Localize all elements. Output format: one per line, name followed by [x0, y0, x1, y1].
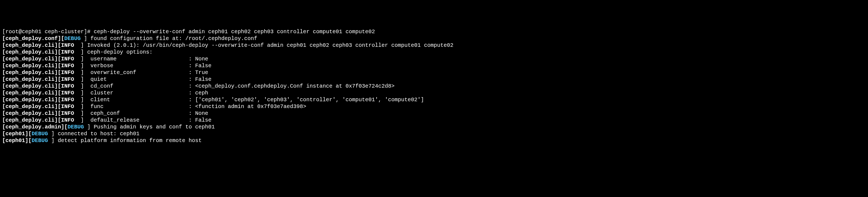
terminal-segment: DEBUG — [68, 124, 84, 130]
terminal-output: [root@ceph01 ceph-cluster]# ceph-deploy … — [2, 28, 866, 144]
terminal-segment: ceph_deploy.cli — [5, 49, 55, 55]
terminal-segment: ceph_deploy.cli — [5, 90, 55, 96]
terminal-segment: ][ — [25, 137, 32, 144]
terminal-line: [ceph_deploy.cli][INFO ] func : <functio… — [2, 103, 866, 110]
terminal-segment: [ — [2, 97, 5, 103]
terminal-line: [ceph01][DEBUG ] detect platform informa… — [2, 137, 866, 144]
terminal-line: [ceph_deploy.cli][INFO ] client : ['ceph… — [2, 96, 866, 103]
terminal-segment: [ — [2, 137, 5, 144]
terminal-line: [ceph_deploy.cli][INFO ] ceph_conf : Non… — [2, 110, 866, 117]
terminal-segment: ceph_deploy.cli — [5, 117, 55, 123]
terminal-segment: INFO — [61, 69, 74, 76]
terminal-segment: [ — [2, 90, 5, 96]
terminal-segment: ][ — [61, 124, 68, 130]
terminal-line: [root@ceph01 ceph-cluster]# ceph-deploy … — [2, 28, 866, 35]
terminal-segment: ][ — [55, 110, 61, 117]
terminal-segment: DEBUG — [32, 137, 48, 144]
terminal-segment: INFO — [61, 103, 74, 110]
terminal-segment: ] cluster : ceph — [74, 90, 208, 96]
terminal-segment: ] ceph-deploy options: — [74, 49, 153, 55]
terminal-segment: ][ — [55, 63, 61, 69]
terminal-segment: [ — [2, 103, 5, 110]
terminal-segment: [ — [2, 35, 5, 42]
terminal-line: [ceph_deploy.cli][INFO ] cd_conf : <ceph… — [2, 83, 866, 90]
terminal-segment: ] func : <function admin at 0x7f03e7aed3… — [74, 103, 306, 110]
terminal-segment: ] found configuration file at: /root/.ce… — [81, 35, 257, 42]
terminal-segment: ][ — [55, 76, 61, 83]
terminal-line: [ceph_deploy.conf][DEBUG ] found configu… — [2, 35, 866, 42]
terminal-line: [ceph_deploy.cli][INFO ] default_release… — [2, 117, 866, 124]
terminal-segment: ceph_deploy.cli — [5, 97, 55, 103]
terminal-line: [ceph_deploy.cli][INFO ] quiet : False — [2, 76, 866, 83]
terminal-line: [ceph_deploy.cli][INFO ] Invoked (2.0.1)… — [2, 42, 866, 49]
terminal-segment: ][ — [55, 97, 61, 103]
terminal-segment: ] verbose : False — [74, 63, 211, 69]
terminal-segment: ceph_deploy.cli — [5, 110, 55, 117]
terminal-segment: ] overwrite_conf : True — [74, 69, 208, 76]
terminal-segment: [ — [2, 110, 5, 117]
terminal-segment: INFO — [61, 63, 74, 69]
terminal-line: [ceph_deploy.cli][INFO ] ceph-deploy opt… — [2, 49, 866, 56]
terminal-segment: [ — [2, 49, 5, 55]
terminal-segment: ceph_deploy.cli — [5, 63, 55, 69]
terminal-segment: ceph_deploy.cli — [5, 56, 55, 62]
terminal-line: [ceph_deploy.cli][INFO ] username : None — [2, 56, 866, 62]
terminal-segment: ] ceph_conf : None — [74, 110, 208, 117]
terminal-segment: ] Invoked (2.0.1): /usr/bin/ceph-deploy … — [74, 42, 453, 48]
terminal-segment: ] client : ['ceph01', 'ceph02', 'ceph03'… — [74, 97, 424, 103]
terminal-segment: ][ — [55, 117, 61, 123]
terminal-segment: INFO — [61, 83, 74, 89]
terminal-segment: [ — [2, 69, 5, 76]
terminal-segment: ][ — [55, 83, 61, 89]
terminal-segment: [ — [2, 56, 5, 62]
terminal-line: [ceph_deploy.cli][INFO ] verbose : False — [2, 62, 866, 69]
terminal-segment: ][ — [55, 90, 61, 96]
terminal-segment: ] username : None — [74, 56, 208, 62]
terminal-line: [ceph01][DEBUG ] connected to host: ceph… — [2, 130, 866, 137]
terminal-segment: ceph_deploy.admin — [5, 124, 61, 130]
terminal-segment: [ — [2, 63, 5, 69]
terminal-segment: ] cd_conf : <ceph_deploy.conf.cephdeploy… — [74, 83, 395, 89]
terminal-segment: INFO — [61, 110, 74, 117]
terminal-segment: ][ — [55, 103, 61, 110]
terminal-segment: [root@ceph01 ceph-cluster]# ceph-deploy … — [2, 29, 375, 35]
terminal-segment: [ — [2, 117, 5, 123]
terminal-segment: ceph_deploy.cli — [5, 83, 55, 89]
terminal-segment: INFO — [61, 117, 74, 123]
terminal-segment: INFO — [61, 42, 74, 48]
terminal-segment: ] detect platform information from remot… — [48, 137, 202, 144]
terminal-segment: ][ — [58, 35, 64, 42]
terminal-segment: INFO — [61, 90, 74, 96]
terminal-segment: [ — [2, 83, 5, 89]
terminal-segment: ceph_deploy.cli — [5, 76, 55, 83]
terminal-segment: DEBUG — [64, 35, 81, 42]
terminal-segment: ceph_deploy.cli — [5, 103, 55, 110]
terminal-line: [ceph_deploy.admin][DEBUG ] Pushing admi… — [2, 124, 866, 130]
terminal-segment: ] quiet : False — [74, 76, 211, 83]
terminal-segment: ceph_deploy.cli — [5, 42, 55, 48]
terminal-segment: [ — [2, 76, 5, 83]
terminal-segment: ][ — [55, 42, 61, 48]
terminal-segment: ] default_release : False — [74, 117, 211, 123]
terminal-segment: INFO — [61, 76, 74, 83]
terminal-line: [ceph_deploy.cli][INFO ] cluster : ceph — [2, 90, 866, 96]
terminal-segment: ][ — [55, 69, 61, 76]
terminal-segment: ceph_deploy.cli — [5, 69, 55, 76]
terminal-segment: DEBUG — [32, 131, 48, 137]
terminal-segment: INFO — [61, 97, 74, 103]
terminal-segment: INFO — [61, 49, 74, 55]
terminal-segment: ][ — [55, 49, 61, 55]
terminal-segment: ] Pushing admin keys and conf to ceph01 — [84, 124, 215, 130]
terminal-segment: ceph01 — [5, 131, 25, 137]
terminal-segment: INFO — [61, 56, 74, 62]
terminal-segment: ] connected to host: ceph01 — [48, 131, 140, 137]
terminal-segment: ceph01 — [5, 137, 25, 144]
terminal-segment: ][ — [55, 56, 61, 62]
terminal-segment: [ — [2, 42, 5, 48]
terminal-segment: ceph_deploy.conf — [5, 35, 58, 42]
terminal-segment: [ — [2, 131, 5, 137]
terminal-segment: [ — [2, 124, 5, 130]
terminal-line: [ceph_deploy.cli][INFO ] overwrite_conf … — [2, 69, 866, 76]
terminal-segment: ][ — [25, 131, 32, 137]
